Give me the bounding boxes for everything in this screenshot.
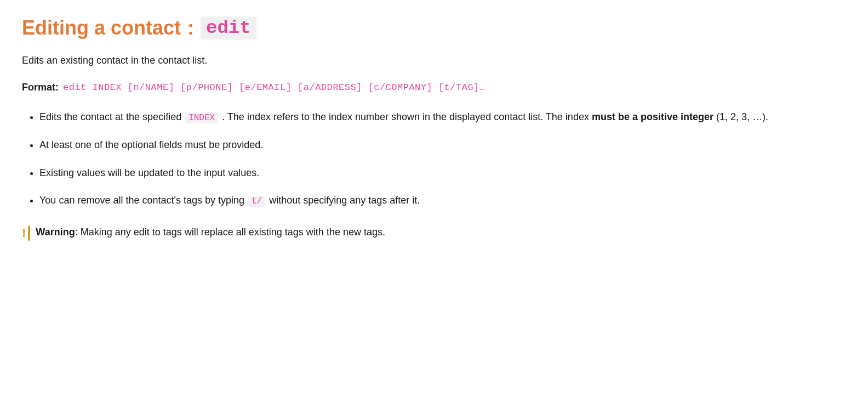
title-colon: : — [187, 16, 194, 39]
warning-body: : Making any edit to tags will replace a… — [75, 227, 385, 238]
page-description: Edits an existing contact in the contact… — [22, 53, 846, 69]
list-item: Edits the contact at the specified INDEX… — [39, 109, 846, 126]
bullet-2-text: At least one of the optional fields must… — [39, 139, 263, 150]
index-code: INDEX — [185, 112, 218, 123]
warning-icon: ! — [22, 225, 30, 241]
format-code: edit INDEX [n/NAME] [p/PHONE] [e/EMAIL] … — [63, 82, 486, 93]
warning-bar-icon — [28, 225, 30, 241]
warning-box: ! Warning: Making any edit to tags will … — [22, 224, 846, 241]
bullet-3-text: Existing values will be updated to the i… — [39, 167, 259, 178]
warning-label: Warning — [36, 227, 75, 238]
bold-text: must be a positive integer — [592, 111, 713, 122]
title-text: Editing a contact — [22, 16, 181, 39]
list-item: At least one of the optional fields must… — [39, 137, 846, 154]
title-command-code: edit — [201, 16, 256, 39]
exclamation-icon: ! — [22, 226, 26, 240]
bullet-4-pre: You can remove all the contact's tags by… — [39, 195, 247, 206]
list-item: You can remove all the contact's tags by… — [39, 192, 846, 209]
bullet-4-post: without specifying any tags after it. — [269, 195, 420, 206]
format-line: Format: edit INDEX [n/NAME] [p/PHONE] [e… — [22, 82, 846, 93]
bullet-list: Edits the contact at the specified INDEX… — [22, 109, 846, 210]
page-title: Editing a contact : edit — [22, 16, 846, 39]
warning-text: Warning: Making any edit to tags will re… — [36, 224, 385, 240]
bullet-1-post: . The index refers to the index number s… — [222, 111, 768, 122]
format-label: Format: — [22, 82, 59, 93]
tag-code: t/ — [248, 196, 265, 207]
list-item: Existing values will be updated to the i… — [39, 165, 846, 182]
bullet-1-pre: Edits the contact at the specified — [39, 111, 184, 122]
